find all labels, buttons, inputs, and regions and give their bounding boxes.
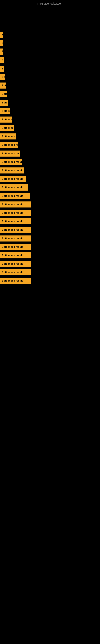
bar-row: Bottleneck result <box>0 56 100 64</box>
bar-row: Bottleneck result <box>0 276 100 285</box>
bottleneck-result-bar: Bottleneck result <box>0 244 31 250</box>
bar-row: Bottleneck result <box>0 39 100 47</box>
bar-row: Bottleneck result <box>0 158 100 166</box>
bottleneck-result-bar: Bottleneck result <box>0 278 31 284</box>
bottleneck-result-bar: Bottleneck result <box>0 108 10 114</box>
bottleneck-result-bar: Bottleneck result <box>0 91 7 97</box>
bottleneck-result-bar: Bottleneck result <box>0 218 31 224</box>
bottleneck-result-bar: Bottleneck result <box>0 227 31 233</box>
bar-row: Bottleneck result <box>0 217 100 226</box>
site-title: TheBottlenecker.com <box>0 0 100 6</box>
bar-row: Bottleneck result <box>0 268 100 276</box>
bar-row: Bottleneck result <box>0 107 100 115</box>
bar-row: Bottleneck result <box>0 200 100 209</box>
bottleneck-result-bar: Bottleneck result <box>0 261 31 267</box>
bottleneck-result-bar: Bottleneck result <box>0 134 16 140</box>
bar-row: Bottleneck result <box>0 175 100 183</box>
bar-row: Bottleneck result <box>0 64 100 73</box>
bar-row: Bottleneck result <box>0 260 100 268</box>
bottleneck-result-bar: Bottleneck result <box>0 269 31 275</box>
bottleneck-result-bar: Bottleneck result <box>0 184 28 190</box>
bar-row: Bottleneck result <box>0 141 100 149</box>
bottleneck-result-bar: Bottleneck result <box>0 193 30 199</box>
bar-row: Bottleneck result <box>0 166 100 175</box>
bottleneck-result-bar: Bottleneck result <box>0 150 20 156</box>
bar-row: Bottleneck result <box>0 98 100 107</box>
bottleneck-result-bar: Bottleneck result <box>0 159 22 165</box>
bottleneck-result-bar: Bottleneck result <box>0 210 31 216</box>
bar-row: Bottleneck result <box>0 73 100 81</box>
bar-row: Bottleneck result <box>0 149 100 158</box>
bar-row: Bottleneck result <box>0 209 100 217</box>
bottleneck-result-bar: Bottleneck result <box>0 82 6 88</box>
bottleneck-result-bar: Bottleneck result <box>0 40 3 46</box>
bottleneck-result-bar: Bottleneck result <box>0 176 26 182</box>
bar-row: Bottleneck result <box>0 226 100 234</box>
bottleneck-result-bar: Bottleneck result <box>0 202 31 208</box>
bar-row: Bottleneck result <box>0 115 100 124</box>
bottleneck-result-bar: Bottleneck result <box>0 32 3 38</box>
bar-row: Bottleneck result <box>0 47 100 56</box>
bottleneck-result-bar: Bottleneck result <box>0 100 8 106</box>
bar-row: Bottleneck result <box>0 251 100 260</box>
bar-row: Bottleneck result <box>0 90 100 98</box>
bottleneck-result-bar: Bottleneck result <box>0 48 3 54</box>
bars-container: Bottleneck resultBottleneck resultBottle… <box>0 6 100 285</box>
bottleneck-result-bar: Bottleneck result <box>0 236 31 242</box>
bottleneck-result-bar: Bottleneck result <box>0 168 24 174</box>
bar-row: Bottleneck result <box>0 81 100 90</box>
bar-row: Bottleneck result <box>0 132 100 141</box>
site-header: TheBottlenecker.com <box>0 0 100 6</box>
bar-row: Bottleneck result <box>0 183 100 192</box>
bottleneck-result-bar: Bottleneck result <box>0 142 18 148</box>
bottleneck-result-bar: Bottleneck result <box>0 74 5 80</box>
bar-row: Bottleneck result <box>0 30 100 39</box>
bottleneck-result-bar: Bottleneck result <box>0 252 31 258</box>
bar-row: Bottleneck result <box>0 124 100 132</box>
bar-row: Bottleneck result <box>0 234 100 243</box>
bar-row: Bottleneck result <box>0 192 100 200</box>
bottleneck-result-bar: Bottleneck result <box>0 66 4 72</box>
bottleneck-result-bar: Bottleneck result <box>0 57 3 63</box>
bottleneck-result-bar: Bottleneck result <box>0 116 12 122</box>
bar-row: Bottleneck result <box>0 243 100 251</box>
bottleneck-result-bar: Bottleneck result <box>0 125 14 131</box>
